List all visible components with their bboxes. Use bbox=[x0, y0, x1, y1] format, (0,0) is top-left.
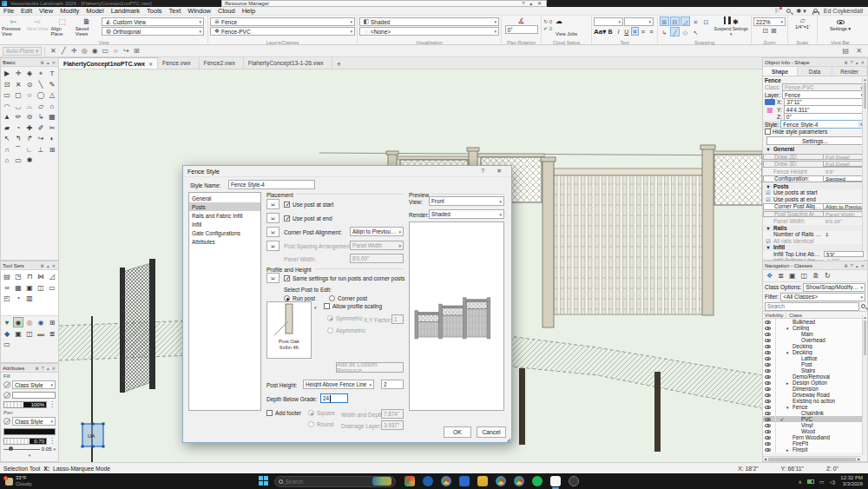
tool-set-icon[interactable]: ◔ bbox=[13, 293, 23, 303]
visibility-eye-icon[interactable] bbox=[765, 351, 771, 354]
document-tab[interactable]: FlahertyConcept1noPTC.vwx ✕ bbox=[59, 57, 158, 69]
mode-icon[interactable]: ▭ bbox=[100, 46, 110, 56]
corner-alignment-select[interactable]: Align to Previous Edge▾ bbox=[350, 227, 404, 236]
font-size-select[interactable]: ▾ bbox=[624, 17, 654, 26]
taskbar-app-icon[interactable] bbox=[459, 476, 470, 486]
snap-settings-gear-icon[interactable]: ✱ bbox=[733, 18, 739, 26]
tool-icon[interactable]: ▦ bbox=[47, 111, 57, 122]
add-custom-resource-button[interactable]: Add as Custom Resource bbox=[336, 362, 404, 373]
resource-manager-titlebar[interactable]: Resource Manager ? ▴ ✕ bbox=[221, 0, 547, 7]
symmetric-rad[interactable]: Symmetric bbox=[327, 315, 363, 321]
tool-set-icon[interactable]: ◳ bbox=[13, 271, 23, 281]
class-row[interactable]: Overhead bbox=[763, 337, 867, 343]
zoom-rect-icon[interactable]: ⊠ bbox=[771, 27, 777, 35]
row-value[interactable]: 5'9" bbox=[824, 169, 864, 175]
oip-row[interactable]: Post Spacing Arrangem... Panel Width bbox=[763, 211, 867, 218]
no-fill-icon[interactable] bbox=[3, 381, 10, 388]
tool-icon[interactable]: ◠ bbox=[2, 101, 12, 111]
notification-icon[interactable]: ⚐ bbox=[774, 8, 779, 15]
menu-item[interactable]: Window bbox=[184, 7, 214, 15]
oip-row[interactable]: Configuration: Stepped bbox=[763, 175, 867, 182]
taskbar-app-icon[interactable] bbox=[514, 476, 524, 486]
row-value[interactable]: Align to Previous E... bbox=[823, 203, 863, 209]
layers-tab-icon[interactable]: ≣ bbox=[778, 272, 784, 280]
visibility-eye-icon[interactable] bbox=[765, 375, 771, 379]
grid-icon[interactable]: ▦ bbox=[765, 106, 775, 114]
tool-icon[interactable]: ⌖ bbox=[36, 68, 46, 78]
palette-control-icons[interactable]: ≣ ▴ ✕ bbox=[40, 60, 56, 65]
fill-opacity-slider[interactable]: 100% bbox=[3, 401, 47, 408]
tray-chevron-icon[interactable]: ∧ bbox=[799, 479, 802, 485]
tool-set-icon[interactable]: ≣ bbox=[47, 328, 57, 339]
visibility-eye-icon[interactable] bbox=[765, 448, 771, 452]
class-row[interactable]: Demo/Removal bbox=[763, 373, 867, 380]
taskbar-app-icon[interactable] bbox=[569, 476, 579, 486]
tool-set-icon[interactable]: ◰ bbox=[2, 293, 12, 303]
class-row[interactable]: ▸ Firepit bbox=[763, 446, 867, 453]
saved-views-tab-icon[interactable]: ◫ bbox=[800, 272, 807, 280]
menu-item[interactable]: File bbox=[0, 7, 17, 15]
document-tab[interactable]: Fence.vwx bbox=[158, 57, 199, 69]
tool-set-icon[interactable]: ⊓ bbox=[24, 271, 35, 281]
panel-width-field[interactable]: 8'0.00" bbox=[350, 254, 404, 263]
oip-row[interactable]: ▾ Infill bbox=[763, 244, 867, 251]
menu-item[interactable]: Modify bbox=[56, 7, 82, 15]
mode-icon[interactable]: ◉ bbox=[89, 46, 100, 56]
snap-toggle-icon[interactable]: ⊡ bbox=[701, 17, 711, 26]
mode-icon[interactable]: ✛ bbox=[69, 46, 79, 56]
palette-control-icons[interactable]: ≣ ? ▴ ✕ bbox=[35, 366, 56, 371]
tool-set-icon[interactable]: ∞ bbox=[2, 282, 12, 293]
active-class-select[interactable]: ❖Fence-PVC▾ bbox=[210, 27, 355, 36]
view-jobs-button[interactable]: View Jobs bbox=[543, 31, 589, 36]
taskbar-app-icon[interactable] bbox=[477, 476, 488, 486]
palette-control-icons[interactable]: ≣ ? ▴ ✕ bbox=[844, 263, 865, 268]
document-tab[interactable]: FlahertyConcept13-1-26.vwx bbox=[244, 57, 332, 69]
tool-icon[interactable]: ▲ bbox=[2, 111, 12, 122]
tool-icon[interactable]: ↖ bbox=[2, 133, 12, 143]
class-row[interactable]: Stairs bbox=[763, 367, 867, 373]
font-select[interactable]: ▾ bbox=[594, 17, 623, 26]
align-left-button[interactable]: ≡ bbox=[631, 27, 639, 36]
tool-icon[interactable]: ◐ bbox=[47, 133, 57, 143]
oip-row[interactable]: Infill Top Line Above Gr... 5'9" bbox=[763, 251, 867, 258]
xy-factor-field[interactable]: 1 bbox=[391, 314, 404, 324]
tool-icon[interactable]: ↱ bbox=[24, 133, 35, 143]
tool-icon[interactable]: ⌒ bbox=[13, 144, 23, 155]
snap-toggle-icon[interactable]: ⊞ bbox=[660, 17, 669, 26]
previous-view-button[interactable]: ⇦Previous View bbox=[2, 17, 24, 36]
oip-row[interactable]: ☑ Use posts at start bbox=[763, 189, 867, 196]
taskbar-app-icon[interactable] bbox=[441, 476, 451, 486]
run-post-rad[interactable]: Run post bbox=[284, 295, 315, 301]
tool-icon[interactable]: ▱ bbox=[36, 101, 46, 111]
preview-view-select[interactable]: Front▾ bbox=[429, 196, 504, 206]
tool-icon[interactable]: ✏ bbox=[13, 111, 23, 122]
document-tab[interactable]: Fence2.vwx bbox=[200, 57, 244, 69]
visibility-eye-icon[interactable] bbox=[765, 442, 771, 446]
post-height-field[interactable]: 2 bbox=[381, 380, 404, 389]
cloud-icon[interactable]: ☁ bbox=[556, 17, 562, 25]
tool-set-icon[interactable]: ▣ bbox=[24, 282, 35, 293]
class-row[interactable]: Main bbox=[763, 331, 867, 337]
asymmetric-rad[interactable]: Asymmetric bbox=[327, 327, 365, 334]
snap-toggle-icon[interactable]: ↳ bbox=[660, 27, 669, 36]
gear-icon[interactable]: ✱ ▾ bbox=[797, 8, 806, 15]
tool-icon[interactable]: ✱ bbox=[24, 155, 35, 165]
class-row[interactable]: ✓ PVC bbox=[763, 416, 867, 422]
tool-icon[interactable]: △ bbox=[47, 89, 57, 100]
tool-icon[interactable]: ▰ bbox=[2, 122, 12, 133]
tool-icon[interactable]: ↳ bbox=[36, 111, 46, 122]
dialog-title-bar[interactable]: Fence Style ? ✕ bbox=[183, 166, 511, 177]
tool-set-icon[interactable]: ◫ bbox=[36, 282, 46, 293]
post-thumbnail[interactable]: Post Oak 6x6in 4ft bbox=[266, 301, 312, 359]
oip-row[interactable]: Number of Rails Vertical... 1 bbox=[763, 231, 867, 238]
dialog-nav-item[interactable]: General bbox=[189, 194, 260, 202]
next-view-button[interactable]: ⇨Next View bbox=[26, 17, 49, 31]
palette-collapse-icon[interactable]: ▾ bbox=[1, 453, 58, 458]
align-center-button[interactable]: ≡ bbox=[639, 27, 647, 36]
expand-arrow-icon[interactable]: ▸ bbox=[786, 380, 792, 386]
visibility-column-header[interactable]: Visibility bbox=[763, 313, 786, 318]
align-right-button[interactable]: ≡ bbox=[648, 27, 655, 36]
tool-icon[interactable]: ▭ bbox=[13, 155, 23, 165]
tool-icon[interactable]: ⊖ bbox=[24, 111, 35, 122]
volume-icon[interactable]: ◁) bbox=[830, 479, 836, 485]
